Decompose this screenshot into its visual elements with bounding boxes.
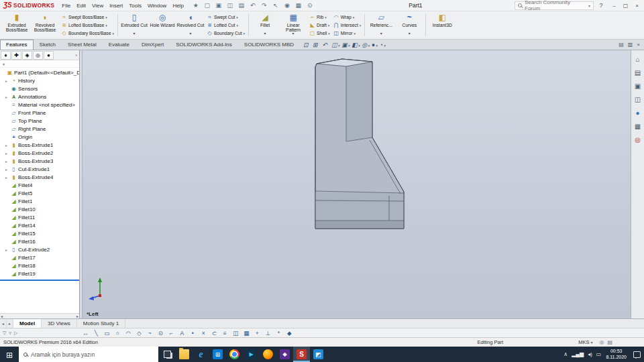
- tabs-scroll-right-icon[interactable]: [7, 319, 13, 328]
- tree-item[interactable]: Fillet19: [0, 269, 79, 278]
- ribbon-button[interactable]: Lofted Cut: [205, 21, 246, 29]
- polygon-icon[interactable]: ◇: [136, 330, 142, 337]
- file-properties-icon[interactable]: ▦: [294, 2, 303, 9]
- tree-item[interactable]: Fillet14: [0, 221, 79, 229]
- tree-item[interactable]: Origin: [0, 133, 79, 141]
- ribbon-button[interactable]: Boundary Cut: [205, 29, 246, 37]
- ribbon-button[interactable]: Curves: [395, 12, 423, 38]
- dropdown-caret-icon[interactable]: [133, 32, 135, 36]
- trim-icon[interactable]: ×: [200, 330, 207, 337]
- hidden-icons-chevron[interactable]: ∧: [564, 351, 568, 357]
- view-tool-button[interactable]: ⊡: [303, 42, 311, 48]
- units-caret-icon[interactable]: [589, 339, 592, 345]
- ribbon-button[interactable]: Fillet: [251, 12, 279, 38]
- ribbon-button[interactable]: Instant3D: [428, 12, 456, 38]
- view-tool-button[interactable]: ↶: [322, 42, 329, 48]
- ribbon-button[interactable]: Extruded Cut: [120, 12, 148, 38]
- command-tab[interactable]: DimXpert: [136, 40, 170, 50]
- expand-arrow-icon[interactable]: [5, 175, 9, 180]
- save-icon[interactable]: ◫: [226, 2, 234, 9]
- dropdown-caret-icon[interactable]: [236, 15, 238, 19]
- expand-arrow-icon[interactable]: [5, 95, 9, 99]
- action-center-icon[interactable]: [633, 351, 641, 358]
- ribbon-button[interactable]: Linear Pattern: [279, 12, 307, 38]
- dropdown-caret-icon[interactable]: [384, 42, 386, 48]
- tree-item[interactable]: Fillet15: [0, 229, 79, 237]
- start-button[interactable]: [0, 347, 19, 362]
- taskbar-app-button[interactable]: [260, 347, 276, 362]
- tag-icon[interactable]: ◎: [599, 339, 604, 345]
- tree-item[interactable]: Sensors: [0, 84, 79, 93]
- volume-icon[interactable]: ◂): [588, 351, 592, 357]
- taskbar-search-input[interactable]: Aramak için buraya yazın: [19, 347, 158, 362]
- ribbon-button[interactable]: Wrap: [332, 13, 363, 21]
- display-pane-icon[interactable]: ▤: [619, 42, 624, 48]
- dropdown-caret-icon[interactable]: [292, 32, 294, 36]
- close-pane-icon[interactable]: ×: [637, 42, 640, 48]
- sketch-fillet-icon[interactable]: ⌐: [168, 330, 174, 337]
- dropdown-caret-icon[interactable]: [264, 32, 266, 36]
- appearances-icon[interactable]: ●: [633, 108, 643, 117]
- rebuild-icon[interactable]: ◉: [283, 2, 291, 9]
- view-tool-button[interactable]: ⊞: [313, 42, 320, 48]
- taskbar-app-button[interactable]: [243, 347, 260, 362]
- tree-item[interactable]: Boss-Extrude3: [0, 157, 79, 165]
- model-tab[interactable]: 3D Views: [42, 319, 77, 328]
- custom-properties-icon[interactable]: ▦: [633, 121, 643, 131]
- smart-dimension-icon[interactable]: ↔: [82, 330, 89, 337]
- dropdown-caret-icon[interactable]: [353, 15, 355, 19]
- dropdown-caret-icon[interactable]: [236, 23, 238, 27]
- expand-arrow-icon[interactable]: [5, 159, 9, 164]
- graphics-area[interactable]: *Left: [83, 50, 631, 318]
- ribbon-button[interactable]: Referenc...: [367, 12, 395, 38]
- ribbon-button[interactable]: Swept Boss/Base: [60, 13, 115, 21]
- command-tab[interactable]: Evaluate: [103, 40, 136, 50]
- filter-icon[interactable]: [2, 61, 5, 67]
- tree-item[interactable]: History: [0, 76, 79, 84]
- tree-item[interactable]: Fillet10: [0, 205, 79, 213]
- taskbar-app-button[interactable]: [293, 347, 310, 362]
- offset-entities-icon[interactable]: ≡: [221, 330, 228, 337]
- menu-item[interactable]: Help: [172, 3, 183, 9]
- dropdown-caret-icon[interactable]: [376, 42, 378, 48]
- tree-item[interactable]: Boss-Extrude4: [0, 173, 79, 181]
- tree-item[interactable]: Fillet16: [0, 237, 79, 245]
- move-entities-icon[interactable]: +: [254, 330, 260, 337]
- ribbon-button[interactable]: Mirror: [332, 29, 363, 37]
- sheet-icon[interactable]: ▤: [607, 339, 612, 345]
- dropdown-caret-icon[interactable]: [348, 42, 350, 48]
- text-icon[interactable]: A: [178, 330, 185, 337]
- minimize-button[interactable]: –: [608, 3, 620, 9]
- pin-menu-icon[interactable]: ★: [192, 2, 200, 9]
- view-tool-button[interactable]: ◎: [362, 42, 369, 48]
- tree-item[interactable]: Front Plane: [0, 109, 79, 117]
- ribbon-button[interactable]: Revolved Cut: [176, 12, 205, 38]
- view-palette-icon[interactable]: ◫: [633, 95, 643, 104]
- file-explorer-icon[interactable]: ▣: [633, 81, 643, 90]
- taskbar-app-button[interactable]: [276, 347, 293, 362]
- panel-overflow-arrow[interactable]: [75, 52, 78, 58]
- dropdown-caret-icon[interactable]: [409, 32, 411, 36]
- rectangle-icon[interactable]: ▭: [103, 330, 110, 337]
- expand-arrow-icon[interactable]: [5, 151, 9, 156]
- ribbon-button[interactable]: Draft: [308, 21, 331, 29]
- dropdown-caret-icon[interactable]: [328, 31, 330, 36]
- filter-vertices-icon[interactable]: ▿: [9, 330, 11, 336]
- dropdown-caret-icon[interactable]: [244, 31, 246, 36]
- rollback-bar[interactable]: [0, 280, 79, 281]
- expand-arrow-icon[interactable]: [5, 167, 9, 172]
- taskbar-app-button[interactable]: [176, 347, 193, 362]
- tree-item[interactable]: Right Plane: [0, 125, 79, 133]
- view-tool-button[interactable]: ◔: [380, 42, 386, 48]
- menu-item[interactable]: Edit: [76, 3, 86, 9]
- repair-sketch-icon[interactable]: *: [275, 330, 282, 337]
- ribbon-button[interactable]: Extruded Boss/Base: [3, 12, 31, 38]
- tabs-scroll-left-icon[interactable]: [0, 319, 7, 328]
- dropdown-caret-icon[interactable]: [358, 42, 360, 48]
- community-search[interactable]: Search Community Forum: [515, 1, 594, 10]
- dropdown-caret-icon[interactable]: [338, 42, 340, 48]
- dropdown-caret-icon[interactable]: [360, 23, 362, 27]
- tree-item[interactable]: Cut-Extrude2: [0, 245, 79, 253]
- ribbon-button[interactable]: Hole Wizard: [148, 12, 176, 38]
- tree-root-item[interactable]: Part1 (Default<<Default>_Disp...: [0, 68, 79, 76]
